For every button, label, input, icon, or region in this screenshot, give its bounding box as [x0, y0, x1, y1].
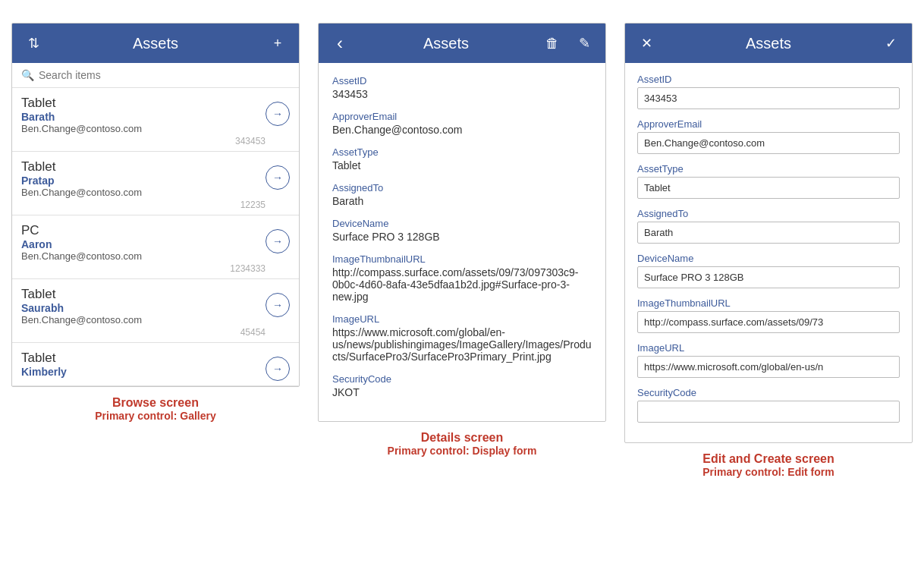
edit-screen: ✕ Assets ✓ AssetID ApproverEmail AssetTy…	[624, 23, 913, 443]
details-screen: ‹ Assets 🗑 ✎ AssetID 343453 ApproverEmai…	[318, 23, 606, 422]
detail-label: ImageURL	[332, 313, 592, 325]
browse-header: ⇅ Assets +	[12, 24, 299, 63]
list-item-subtitle: Aaron	[21, 238, 266, 250]
detail-value: https://www.microsoft.com/global/en-us/n…	[332, 326, 592, 363]
edit-body: AssetID ApproverEmail AssetType Assigned…	[625, 63, 912, 442]
check-icon[interactable]: ✓	[880, 35, 901, 52]
detail-label: DeviceName	[332, 218, 592, 229]
list-arrow-icon[interactable]: →	[266, 357, 290, 381]
edit-field-input[interactable]	[637, 266, 900, 288]
sort-icon[interactable]: ⇅	[23, 35, 44, 52]
list-arrow-icon[interactable]: →	[266, 229, 290, 253]
list-item[interactable]: Tablet Barath Ben.Change@contoso.com 343…	[12, 88, 299, 152]
edit-header: ✕ Assets ✓	[625, 24, 912, 63]
close-icon[interactable]: ✕	[636, 35, 657, 52]
edit-field-label: ImageThumbnailURL	[637, 297, 900, 309]
edit-field: ImageURL	[637, 342, 900, 378]
list-arrow-icon[interactable]: →	[266, 102, 290, 126]
list-item-id: 12235	[21, 200, 266, 210]
search-input[interactable]	[39, 69, 290, 81]
list-item-email: Ben.Change@contoso.com	[21, 314, 266, 326]
detail-label: AssetType	[332, 146, 592, 158]
detail-label: AssignedTo	[332, 182, 592, 193]
edit-field-label: SecurityCode	[637, 387, 900, 398]
browse-screen-col: ⇅ Assets + 🔍 Tablet Barath Ben.Change@co…	[11, 23, 300, 422]
detail-field: AssetID 343453	[332, 75, 592, 100]
list-item-title: PC	[21, 223, 266, 238]
add-icon[interactable]: +	[267, 36, 288, 52]
list-item-id: 45454	[21, 327, 266, 338]
list-item-title: Tablet	[21, 287, 266, 302]
list-item[interactable]: Tablet Pratap Ben.Change@contoso.com 122…	[12, 152, 299, 215]
detail-label: SecurityCode	[332, 373, 592, 385]
edit-field-input[interactable]	[637, 87, 900, 109]
list-item-id: 1234333	[21, 263, 266, 274]
detail-field: ApproverEmail Ben.Change@contoso.com	[332, 111, 592, 136]
list-item-title: Tablet	[21, 351, 266, 366]
details-header: ‹ Assets 🗑 ✎	[319, 24, 605, 63]
browse-title: Assets	[44, 35, 267, 52]
edit-field-label: ImageURL	[637, 342, 900, 354]
edit-field-input[interactable]	[637, 356, 900, 378]
list-item-email: Ben.Change@contoso.com	[21, 250, 266, 262]
edit-field-label: AssetType	[637, 163, 900, 175]
list-arrow-icon[interactable]: →	[266, 165, 290, 190]
edit-field: SecurityCode	[637, 387, 900, 423]
details-screen-col: ‹ Assets 🗑 ✎ AssetID 343453 ApproverEmai…	[318, 23, 606, 457]
details-body: AssetID 343453 ApproverEmail Ben.Change@…	[319, 63, 605, 421]
back-icon[interactable]: ‹	[329, 33, 350, 54]
details-right-icons: 🗑 ✎	[542, 35, 595, 52]
list-item-subtitle: Saurabh	[21, 302, 266, 314]
edit-screen-col: ✕ Assets ✓ AssetID ApproverEmail AssetTy…	[624, 23, 913, 478]
details-label-main: Details screen	[388, 431, 537, 445]
list-item-title: Tablet	[21, 159, 266, 175]
detail-value: JKOT	[332, 386, 592, 398]
list-item-email: Ben.Change@contoso.com	[21, 187, 266, 198]
detail-field: AssignedTo Barath	[332, 182, 592, 207]
edit-label-sub: Primary control: Edit form	[702, 466, 834, 478]
list-arrow-icon[interactable]: →	[266, 293, 290, 317]
detail-value: http://compass.surface.com/assets/09/73/…	[332, 266, 592, 303]
detail-field: SecurityCode JKOT	[332, 373, 592, 398]
list-item-subtitle: Pratap	[21, 175, 266, 187]
list-item[interactable]: Tablet Kimberly →	[12, 343, 299, 386]
detail-field: DeviceName Surface PRO 3 128GB	[332, 218, 592, 243]
list-item-id: 343453	[21, 136, 266, 146]
edit-title: Assets	[657, 35, 880, 52]
edit-icon[interactable]: ✎	[574, 35, 595, 52]
edit-field: ApproverEmail	[637, 118, 900, 154]
edit-field-label: DeviceName	[637, 253, 900, 264]
detail-value: Barath	[332, 195, 592, 207]
detail-value: Ben.Change@contoso.com	[332, 124, 592, 136]
list-item-content: PC Aaron Ben.Change@contoso.com 1234333	[21, 223, 266, 274]
browse-label: Browse screen Primary control: Gallery	[95, 396, 216, 422]
screens-container: ⇅ Assets + 🔍 Tablet Barath Ben.Change@co…	[11, 23, 913, 478]
list-item-content: Tablet Pratap Ben.Change@contoso.com 122…	[21, 159, 266, 210]
edit-field: DeviceName	[637, 253, 900, 288]
details-label-sub: Primary control: Display form	[388, 445, 537, 457]
list-item-subtitle: Barath	[21, 111, 266, 123]
edit-field-input[interactable]	[637, 401, 900, 423]
edit-field-input[interactable]	[637, 311, 900, 333]
edit-field: AssetID	[637, 74, 900, 109]
detail-value: Surface PRO 3 128GB	[332, 231, 592, 243]
edit-label-main: Edit and Create screen	[702, 452, 834, 466]
detail-label: AssetID	[332, 75, 592, 86]
list-item[interactable]: PC Aaron Ben.Change@contoso.com 1234333 …	[12, 215, 299, 279]
edit-field-input[interactable]	[637, 177, 900, 199]
edit-field-label: AssetID	[637, 74, 900, 85]
list-item-title: Tablet	[21, 96, 266, 111]
list-item[interactable]: Tablet Saurabh Ben.Change@contoso.com 45…	[12, 279, 299, 343]
browse-list: Tablet Barath Ben.Change@contoso.com 343…	[12, 88, 299, 386]
detail-label: ApproverEmail	[332, 111, 592, 122]
list-item-subtitle: Kimberly	[21, 366, 266, 378]
delete-icon[interactable]: 🗑	[542, 36, 563, 52]
list-item-content: Tablet Saurabh Ben.Change@contoso.com 45…	[21, 287, 266, 338]
edit-field: AssetType	[637, 163, 900, 199]
search-icon: 🔍	[21, 69, 34, 81]
detail-field: ImageThumbnailURL http://compass.surface…	[332, 253, 592, 303]
edit-field: AssignedTo	[637, 208, 900, 244]
edit-field-input[interactable]	[637, 132, 900, 154]
edit-field-input[interactable]	[637, 222, 900, 244]
detail-value: Tablet	[332, 159, 592, 171]
